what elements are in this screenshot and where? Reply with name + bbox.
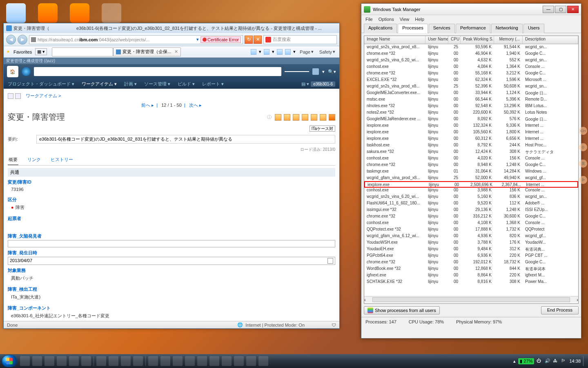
search-icon[interactable]: 🔍▾ [328,69,336,74]
tab-links[interactable]: リンク [27,155,42,165]
ita-case-badge[interactable]: ITaケース対 [310,126,335,132]
ie-titlebar[interactable]: 変更・障害管理（ e36b301-6(各種コード変更)のJD_e36b301_0… [4,23,339,33]
taskmgr-titlebar[interactable]: Windows Task Manager — ▢ ✕ [361,4,581,15]
menu-view[interactable]: View [400,17,410,22]
table-row[interactable]: iexplore.exelijinyu00105,560 K1,800 KInt… [364,129,578,136]
mail-icon[interactable] [277,49,283,55]
tab-networking[interactable]: Networking [491,24,523,33]
taskbar-app-icon[interactable] [45,356,54,366]
tray-icon[interactable]: 🏳 [561,358,567,364]
battery-indicator[interactable]: ▮ 27% [518,358,534,364]
table-row[interactable]: PGPcbt64.exelijinyu006,936 K220 KPGP CBT… [364,253,578,259]
taskbar-app-icon[interactable] [57,356,67,366]
browser-tab[interactable]: 変更・障害管理（企保... ✕ [113,47,181,56]
taskbar-app-icon[interactable] [121,356,131,366]
favorites-label[interactable]: Favorites [13,49,32,54]
refresh-button[interactable]: ↻ [245,36,253,44]
table-row[interactable]: taskmgr.exelijinyu0131,064 K14,284 KWind… [364,168,578,175]
show-desktop-button[interactable] [583,356,586,366]
table-row[interactable]: conhost.exelijinyu003,988 K156 KConsole … [364,187,578,194]
taskbar-app-icon[interactable] [133,356,143,366]
table-row[interactable]: sakura.exe *32lijinyu0012,424 K308 Kサクラエ… [364,149,578,155]
sidebar-toggle2-icon[interactable] [15,93,21,99]
search-box[interactable]: 百度搜索 [263,35,337,44]
ime-expand-icon[interactable]: ᐅ [579,176,587,184]
tab-close-icon[interactable]: ✕ [174,49,178,54]
taskbar-app-icon[interactable] [32,356,42,366]
process-rows[interactable]: wcgrid_sn2s_vina_prod_x8...lijinyu2593,5… [364,44,578,296]
table-row[interactable]: igfxext.exelijinyu008,864 K220 Kigfxext … [364,272,578,279]
table-row[interactable]: iexplore.exelijinyu002,508,696 K2,367,84… [364,181,578,188]
table-row[interactable]: YoudaoWSH.exelijinyu003,788 K176 KYoudao… [364,240,578,246]
table-row[interactable]: YoudaoEH.exelijinyu009,484 K312 K有道词典... [364,246,578,253]
taskbar-app-icon[interactable] [69,356,79,366]
taskbar-app-icon[interactable] [148,356,158,366]
nav-builds[interactable]: ビルド ▾ [178,81,195,87]
table-row[interactable]: chrome.exe *32lijinyu0046,904 K1,940 KGo… [364,51,578,57]
field-finder-input[interactable] [8,240,335,247]
back-button[interactable]: ◀ [6,35,16,45]
certificate-error-badge[interactable]: Certificate Error [200,36,241,43]
menu-options[interactable]: Options [379,17,394,22]
nav-dashboard[interactable]: プロジェクト・ダッシュボード ▾ [8,81,74,87]
taskbar-app-icon[interactable] [222,356,232,366]
taskbar-app-icon[interactable] [109,356,118,366]
action-icon[interactable] [284,114,290,121]
taskbar-app-icon[interactable] [197,356,207,366]
calendar-icon[interactable] [327,258,333,264]
workitems-link[interactable]: ワークアイテム > [26,93,61,99]
tab-users[interactable]: Users [523,24,544,33]
desktop-app-icon[interactable] [102,3,121,23]
table-row[interactable]: wcgrid_sn2s_vina_prod_x8...lijinyu2593,5… [364,44,578,51]
desktop-app-icon[interactable] [38,3,58,23]
taskbar-app-icon[interactable] [234,356,244,366]
start-button[interactable] [2,355,17,367]
ime-lang-icon[interactable]: 英 [579,159,587,168]
taskbar-app-icon[interactable] [185,356,195,366]
menu-file[interactable]: File [365,17,373,22]
ime-indicator-icon[interactable]: ⊙ [579,143,587,151]
table-row[interactable]: chrome.exe *32lijinyu008,948 K1,248 KGoo… [364,162,578,168]
col-cpu[interactable]: CPU [448,36,461,44]
table-row[interactable]: chrome.exe *32lijinyu00192,012 K18,732 K… [364,259,578,266]
table-row[interactable]: SCHTASK.EXE *32lijinyu008,816 K308 KPowe… [364,279,578,285]
table-row[interactable]: conhost.exelijinyu004,020 K156 KConsole … [364,155,578,162]
home-icon[interactable] [251,49,256,55]
table-row[interactable]: conhost.exelijinyu004,108 K1,368 KConsol… [364,220,578,227]
taskbar-app-icon[interactable] [160,356,170,366]
desktop-app-icon[interactable] [70,3,89,23]
action-icon[interactable] [311,114,317,121]
action-icon[interactable] [320,114,326,121]
action-icon[interactable] [329,114,335,121]
nav-workitems[interactable]: ワークアイテム ▾ [82,81,117,87]
table-row[interactable]: QQProtect.exe *32lijinyu0017,888 K1,732 … [364,227,578,233]
table-row[interactable]: GoogleIMEJaConverter.exe...lijinyu0033,9… [364,90,578,96]
ime-ch-icon[interactable]: CH [579,127,587,135]
nav-plans[interactable]: 計画 ▾ [124,81,137,87]
table-row[interactable]: conhost.exelijinyu004,084 K1,364 KConsol… [364,64,578,70]
table-row[interactable]: wcgrid_sn2s_vina_prod_x8...lijinyu2552,3… [364,83,578,90]
table-row[interactable]: wcgrid_gfam_vina_prod_x8...lijinyu2552,0… [364,175,578,182]
tray-icon[interactable]: 🖧 [553,358,559,364]
menu-help[interactable]: Help [415,17,424,22]
table-row[interactable]: WordBook.exe *32lijinyu0012,868 K844 K有道… [364,266,578,272]
col-user-name[interactable]: User Name [425,36,448,44]
tray-expand-icon[interactable]: ▴ [513,359,516,364]
table-row[interactable]: chrome.exe *32lijinyu00316,212 K30,600 K… [364,213,578,220]
globe-icon[interactable] [22,67,31,76]
tab-performance[interactable]: Performance [456,24,490,33]
end-process-button[interactable]: End Process [541,306,579,314]
table-row[interactable]: FlashUtil64_11_6_602_180...lijinyu009,52… [364,200,578,207]
taskbar-app-icon[interactable] [209,356,219,366]
recycle-bin-icon[interactable] [6,3,26,23]
project-pill[interactable]: e36b301-6 [311,81,335,87]
tab-overview[interactable]: 概要 [8,155,18,165]
action-icon[interactable] [293,114,299,121]
summary-input[interactable]: e36b301-6(各種コード変更)のJD_e36b301_02_831を打鍵す… [36,135,335,144]
taskbar-app-icon[interactable] [258,356,268,366]
tab-applications[interactable]: Applications [364,24,397,33]
table-row[interactable]: GoogleIMEJaRenderer.exe ...lijinyu008,09… [364,116,578,123]
taskbar-app-icon[interactable] [173,356,183,366]
clock[interactable]: 14:38 [569,359,581,364]
maximize-button[interactable]: ▢ [555,6,566,13]
